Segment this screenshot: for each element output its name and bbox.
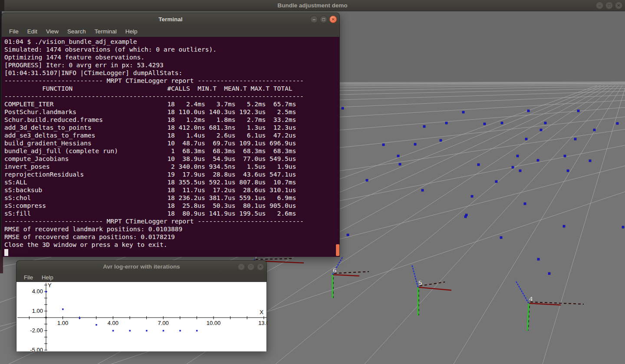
- terminal-minimize-button[interactable]: –: [310, 16, 318, 23]
- desktop: Bundle adjustment demo – □ ✕ 7654 Termin…: [0, 0, 625, 364]
- data-point: [62, 308, 64, 310]
- data-point: [95, 324, 97, 326]
- svg-text:4.00: 4.00: [108, 320, 118, 326]
- terminal-output: 01:04 $ ./vision_bundle_adj_example Simu…: [2, 37, 339, 249]
- svg-text:-2.00: -2.00: [30, 327, 43, 334]
- terminal-window: Terminal – □ ✕ FileEditViewSearchTermina…: [1, 13, 340, 257]
- data-point: [196, 330, 198, 332]
- camera-frame-label-5: 5: [418, 279, 422, 286]
- svg-text:1.00: 1.00: [32, 308, 43, 314]
- terminal-menu-view[interactable]: View: [42, 28, 62, 35]
- plot-menubar: FileHelp: [16, 272, 267, 282]
- svg-text:10.00: 10.00: [207, 320, 221, 326]
- plot-window: Avr log-error with iterations – □ ✕ File…: [16, 260, 267, 351]
- svg-text:4.00: 4.00: [32, 288, 43, 295]
- camera-frame-label-4: 4: [529, 295, 533, 302]
- terminal-maximize-button[interactable]: □: [320, 16, 327, 23]
- data-point: [112, 330, 114, 332]
- terminal-title: Terminal: [2, 13, 339, 26]
- terminal-menu-search[interactable]: Search: [63, 28, 90, 35]
- data-point: [146, 330, 148, 332]
- main-close-button[interactable]: ✕: [615, 2, 622, 9]
- data-point: [129, 330, 131, 332]
- terminal-menu-edit[interactable]: Edit: [23, 28, 41, 35]
- main-window-title: Bundle adjustment demo: [0, 0, 625, 11]
- main-maximize-button[interactable]: □: [605, 2, 613, 9]
- data-point: [179, 330, 181, 332]
- data-point: [79, 317, 81, 319]
- plot-close-button[interactable]: ✕: [257, 263, 264, 270]
- data-point: [46, 291, 47, 293]
- main-window-titlebar[interactable]: Bundle adjustment demo – □ ✕: [0, 0, 625, 11]
- svg-text:X: X: [260, 309, 263, 315]
- terminal-text-area[interactable]: 01:04 $ ./vision_bundle_adj_example Simu…: [1, 37, 340, 257]
- terminal-cursor: [4, 249, 8, 256]
- plot-titlebar[interactable]: Avr log-error with iterations – □ ✕: [16, 260, 267, 272]
- main-minimize-button[interactable]: –: [596, 2, 603, 9]
- terminal-titlebar[interactable]: Terminal – □ ✕: [1, 13, 340, 26]
- terminal-menu-terminal[interactable]: Terminal: [91, 28, 121, 35]
- plot-area: 1.004.007.0010.0013.04.001.00-2.00-5.00Y…: [16, 282, 267, 351]
- svg-text:Y: Y: [48, 282, 52, 289]
- data-point: [163, 330, 164, 332]
- svg-text:7.00: 7.00: [158, 320, 169, 326]
- plot-menu-help[interactable]: Help: [38, 274, 57, 281]
- terminal-close-button[interactable]: ✕: [329, 16, 337, 23]
- svg-text:1.00: 1.00: [57, 320, 68, 326]
- plot-window-title: Avr log-error with iterations: [16, 261, 266, 273]
- terminal-menu-help[interactable]: Help: [122, 28, 141, 35]
- svg-text:13.0: 13.0: [258, 320, 267, 326]
- terminal-menubar: FileEditViewSearchTerminalHelp: [1, 26, 340, 37]
- terminal-scrollbar-thumb[interactable]: [336, 244, 339, 256]
- scatter-plot: 1.004.007.0010.0013.04.001.00-2.00-5.00Y…: [16, 282, 267, 351]
- plot-menu-file[interactable]: File: [20, 274, 37, 281]
- camera-frame-label-6: 6: [333, 266, 336, 274]
- terminal-menu-file[interactable]: File: [5, 28, 23, 35]
- svg-text:-5.00: -5.00: [30, 347, 43, 351]
- plot-maximize-button[interactable]: □: [247, 263, 254, 270]
- plot-minimize-button[interactable]: –: [238, 263, 245, 270]
